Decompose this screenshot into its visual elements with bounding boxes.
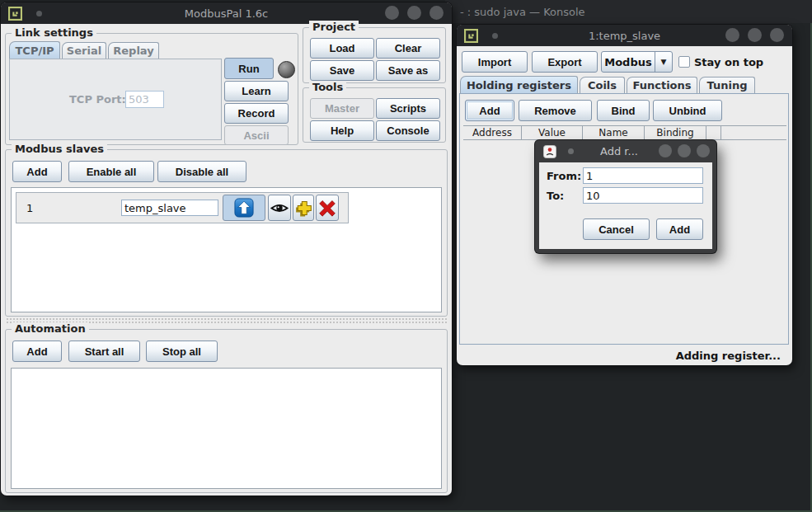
window-title: ModbusPal 1.6c (1, 7, 452, 20)
tab-serial[interactable]: Serial (62, 42, 106, 59)
to-label: To: (547, 190, 564, 202)
modbuspal-titlebar[interactable]: ModbusPal 1.6c (1, 2, 452, 24)
column-header-filler (706, 126, 721, 139)
slave-delete-button[interactable] (316, 195, 339, 221)
register-unbind-button[interactable]: Unbind (653, 100, 722, 121)
status-text: Adding register... (676, 350, 781, 362)
dialog-cancel-button[interactable]: Cancel (583, 218, 650, 240)
slave-name-field[interactable] (121, 200, 218, 216)
close-button[interactable] (770, 28, 784, 42)
stay-on-top-checkbox[interactable] (678, 56, 690, 68)
maximize-button[interactable] (407, 6, 421, 20)
tools-group: Tools Master Scripts Help Console (303, 87, 446, 143)
tab-tuning[interactable]: Tuning (699, 77, 755, 93)
konsole-titlebar[interactable]: - : sudo java — Konsole (445, 0, 812, 23)
slave-row[interactable]: 1 (16, 192, 349, 223)
stop-all-button[interactable]: Stop all (146, 341, 218, 362)
run-status-led (278, 61, 295, 78)
slave-eye-button[interactable] (268, 195, 291, 221)
titlebar-dot (568, 148, 574, 154)
tab-replay[interactable]: Replay (108, 42, 159, 59)
slaves-add-button[interactable]: Add (12, 161, 62, 182)
stay-on-top-label: Stay on top (694, 56, 763, 68)
master-button[interactable]: Master (310, 98, 374, 119)
maximize-button[interactable] (678, 144, 691, 157)
tcpip-tab-panel: TCP Port: (9, 59, 222, 140)
slaves-list: 1 (11, 187, 442, 312)
from-label: From: (547, 170, 581, 182)
slave-add-binding-button[interactable] (293, 195, 314, 221)
add-registers-dialog: Add r... From: To: Cancel Add (535, 140, 716, 253)
konsole-title: - : sudo java — Konsole (460, 6, 585, 18)
move-up-icon (234, 198, 254, 218)
chevron-down-icon: ▼ (655, 52, 672, 72)
from-field[interactable] (583, 167, 703, 184)
record-button[interactable]: Record (224, 103, 289, 124)
close-button[interactable] (697, 144, 710, 157)
to-field[interactable] (583, 187, 703, 204)
desktop: - : sudo java — Konsole ModbusPal 1.6c L… (0, 0, 812, 512)
modbus-slaves-title: Modbus slaves (12, 143, 107, 155)
column-header-address[interactable]: Address (463, 126, 522, 139)
close-button[interactable] (429, 6, 444, 20)
load-button[interactable]: Load (310, 38, 374, 59)
register-add-button[interactable]: Add (465, 100, 514, 121)
dialog-titlebar[interactable]: Add r... (535, 140, 716, 162)
tcp-port-field[interactable] (125, 91, 164, 108)
project-title: Project (309, 21, 359, 33)
save-as-button[interactable]: Save as (376, 60, 440, 81)
scripts-button[interactable]: Scripts (376, 98, 440, 119)
save-button[interactable]: Save (310, 60, 374, 81)
registers-table-header: Address Value Name Binding (463, 125, 786, 140)
disable-all-button[interactable]: Disable all (157, 161, 246, 182)
tab-coils[interactable]: Coils (580, 77, 625, 93)
column-header-name[interactable]: Name (583, 126, 645, 139)
temp-slave-titlebar[interactable]: 1:temp_slave (457, 25, 792, 46)
modbus-slaves-group: Modbus slaves Add Enable all Disable all… (5, 149, 448, 317)
automation-title: Automation (12, 322, 89, 335)
minimize-button[interactable] (385, 6, 399, 20)
delete-icon (318, 199, 336, 217)
add-binding-icon (294, 199, 312, 217)
tools-title: Tools (309, 81, 346, 93)
tcp-port-label: TCP Port: (69, 93, 126, 106)
eye-icon (270, 201, 289, 215)
dialog-body: From: To: Cancel Add (539, 162, 712, 249)
ascii-button[interactable]: Ascii (224, 125, 289, 145)
run-button[interactable]: Run (224, 58, 274, 79)
tab-tcpip[interactable]: TCP/IP (9, 41, 60, 59)
slave-id: 1 (26, 202, 33, 214)
enable-all-button[interactable]: Enable all (68, 161, 154, 182)
automation-list (11, 368, 442, 489)
link-settings-group: Link settings TCP/IP Serial Replay TCP P… (5, 33, 298, 145)
slave-enable-button[interactable] (223, 195, 265, 221)
maximize-button[interactable] (748, 28, 762, 42)
tab-functions[interactable]: Functions (627, 77, 697, 93)
register-bind-button[interactable]: Bind (597, 100, 650, 121)
project-group: Project Load Clear Save Save as (303, 27, 446, 83)
java-app-icon (543, 145, 556, 158)
import-button[interactable]: Import (462, 51, 528, 73)
help-button[interactable]: Help (310, 120, 374, 141)
modbus-mode-select[interactable]: Modbus ▼ (601, 51, 673, 73)
link-settings-title: Link settings (12, 26, 96, 39)
learn-button[interactable]: Learn (224, 81, 289, 101)
automation-group: Automation Add Start all Stop all (5, 329, 448, 493)
minimize-button[interactable] (659, 144, 672, 157)
dialog-title: Add r... (586, 145, 652, 157)
tab-holding-registers[interactable]: Holding registers (460, 76, 578, 93)
column-header-binding[interactable]: Binding (645, 126, 706, 139)
dialog-add-button[interactable]: Add (656, 218, 703, 240)
column-header-value[interactable]: Value (522, 126, 583, 139)
export-button[interactable]: Export (532, 51, 598, 73)
minimize-button[interactable] (725, 28, 739, 42)
clear-button[interactable]: Clear (376, 38, 440, 59)
automation-add-button[interactable]: Add (12, 341, 62, 362)
console-button[interactable]: Console (376, 120, 440, 141)
modbuspal-window: ModbusPal 1.6c Link settings TCP/IP Seri… (1, 2, 452, 496)
start-all-button[interactable]: Start all (68, 341, 140, 362)
register-remove-button[interactable]: Remove (519, 100, 592, 121)
